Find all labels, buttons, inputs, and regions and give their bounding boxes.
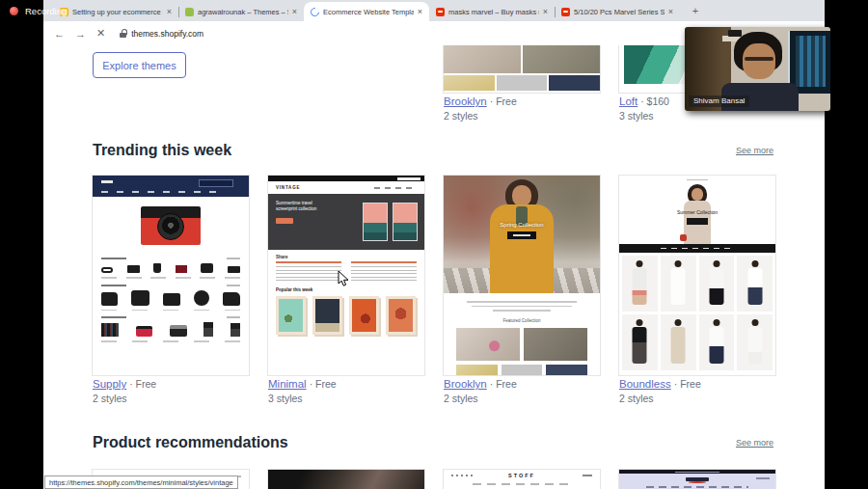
glasses	[745, 57, 773, 60]
theme-card-boundless[interactable]: Summer Collection	[619, 176, 775, 375]
presenter-name-label: Shivam Bansal	[689, 95, 749, 107]
theme-card-brooklyn-top[interactable]	[444, 45, 600, 93]
theme-name-link[interactable]: Minimal	[268, 378, 307, 390]
supply-nav	[93, 188, 249, 197]
poster-image	[393, 203, 418, 241]
loading-spinner-icon	[309, 6, 321, 18]
minimal-logo-row: VINTAGE	[268, 181, 424, 194]
theme-name-link[interactable]: Supply	[93, 378, 126, 390]
minimal-links	[276, 261, 417, 263]
address-bar[interactable]: themes.shopify.com	[120, 29, 734, 39]
close-icon[interactable]: ×	[668, 7, 673, 16]
status-bar-url: https://themes.shopify.com/themes/minima…	[44, 475, 238, 489]
back-button[interactable]: ←	[54, 28, 65, 40]
dark-photo-banner	[268, 470, 424, 489]
minimal-hero-title: Summertime travel screenprint collection	[276, 201, 330, 213]
trending-heading: Trending this week	[93, 142, 231, 159]
tab-masks-marvel[interactable]: masks marvel – Buy masks ma ×	[429, 2, 555, 21]
minimal-announcement-bar	[268, 176, 424, 181]
poster-image	[276, 296, 306, 335]
url-text: themes.shopify.com	[131, 29, 203, 39]
theme-styles: 2 styles	[444, 110, 517, 122]
supply-row-film	[101, 316, 240, 342]
theme-name-link[interactable]: Boundless	[619, 378, 671, 390]
recommendations-see-more-link[interactable]: See more	[736, 438, 773, 448]
brooklyn-featured-label: Featured Collection	[444, 318, 600, 323]
poster-image	[363, 203, 388, 241]
poster-image	[386, 296, 416, 335]
shopify-themes-page: Explore themes Brooklyn· Free 2 styles L…	[43, 45, 825, 489]
boundless-nav-bar	[619, 244, 775, 253]
theme-card-stoff[interactable]: STOFF	[444, 470, 600, 489]
boundless-hero: Summer Collection	[619, 184, 775, 244]
brooklyn-shop-button	[507, 231, 536, 239]
tab-title: 5/10/20 Pcs Marvel Series Spi	[574, 8, 665, 16]
boundless-photo-grid	[619, 253, 775, 373]
poster-image	[312, 296, 342, 335]
tab-marvel-series[interactable]: 5/10/20 Pcs Marvel Series Spi ×	[555, 2, 680, 21]
close-icon[interactable]: ×	[167, 7, 172, 16]
theme-price: · Free	[490, 378, 517, 390]
tab-ecommerce-setup[interactable]: Setting up your ecommerce st ×	[53, 2, 178, 21]
supply-row-accessories	[101, 258, 240, 279]
explore-themes-button[interactable]: Explore themes	[93, 52, 186, 78]
theme-name-link[interactable]: Brooklyn	[444, 95, 487, 107]
minimal-hero-button	[276, 218, 293, 224]
tab-shopify-themes-admin[interactable]: agrawalrounak – Themes – Sh ×	[178, 2, 304, 21]
brooklyn-hero-photo: Spring Collection	[444, 176, 600, 293]
theme-name-link[interactable]: Brooklyn	[444, 378, 487, 390]
tab-strip: Setting up your ecommerce st × agrawalro…	[43, 0, 825, 21]
new-tab-button[interactable]: +	[688, 3, 703, 18]
supply-hero	[93, 197, 249, 255]
brooklyn-text-lines	[444, 293, 600, 312]
theme-card-ebook[interactable]	[619, 470, 775, 489]
theme-price: · $160	[640, 95, 669, 107]
mouse-cursor	[338, 270, 349, 291]
theme-label-supply: Supply· Free 2 styles	[93, 378, 156, 405]
stop-button[interactable]: ✕	[96, 27, 105, 40]
red-camera-image	[141, 206, 201, 245]
recording-indicator: Recording	[10, 6, 67, 16]
theme-card-supply[interactable]	[93, 176, 249, 375]
tab-ecommerce-templates-active[interactable]: Ecommerce Website Template ×	[304, 2, 429, 21]
theme-label-minimal: Minimal· Free 3 styles	[268, 378, 337, 405]
theme-price: · Free	[674, 378, 701, 390]
ebook-logo	[686, 477, 709, 481]
screen: { "recording": { "label": "Recording" },…	[0, 0, 868, 489]
minimal-poster-row	[268, 296, 424, 335]
aliexpress-icon	[561, 8, 570, 16]
webcam-overlay: Shivam Bansal	[685, 27, 830, 111]
supply-row-dslr	[101, 285, 240, 312]
theme-label-brooklyn-top: Brooklyn· Free 2 styles	[444, 95, 517, 122]
supply-header	[93, 176, 249, 188]
forward-button[interactable]: →	[75, 28, 86, 40]
theme-card-photo[interactable]	[268, 470, 424, 489]
theme-styles: 2 styles	[444, 393, 517, 405]
close-icon[interactable]: ×	[292, 7, 297, 16]
boundless-topbar	[619, 176, 775, 184]
theme-styles: 2 styles	[93, 393, 156, 405]
close-icon[interactable]: ×	[543, 7, 548, 16]
theme-card-brooklyn[interactable]: Spring Collection Featured Collection	[444, 176, 600, 375]
photo-grid	[444, 75, 600, 91]
brooklyn-photo-grid	[444, 328, 600, 376]
minimal-logo: VINTAGE	[276, 185, 300, 190]
close-icon[interactable]: ×	[418, 7, 422, 16]
theme-label-loft: Loft· $160 3 styles	[619, 95, 669, 122]
theme-price: · Free	[310, 378, 337, 390]
minimal-share-label: Share	[276, 255, 417, 259]
theme-name-link[interactable]: Loft	[619, 95, 637, 107]
shopify-icon	[185, 8, 194, 16]
theme-label-boundless: Boundless· Free 2 styles	[619, 378, 701, 405]
recording-label: Recording	[25, 6, 67, 16]
aliexpress-icon	[436, 8, 445, 16]
tab-title: Setting up your ecommerce st	[72, 8, 163, 16]
tab-title: masks marvel – Buy masks ma	[448, 8, 539, 16]
poster-image	[349, 296, 379, 335]
trending-see-more-link[interactable]: See more	[736, 146, 773, 155]
tab-title: agrawalrounak – Themes – Sh	[198, 8, 288, 16]
theme-styles: 3 styles	[268, 393, 337, 405]
theme-styles: 3 styles	[619, 110, 669, 122]
lock-icon	[120, 29, 126, 38]
theme-price: · Free	[129, 378, 156, 390]
